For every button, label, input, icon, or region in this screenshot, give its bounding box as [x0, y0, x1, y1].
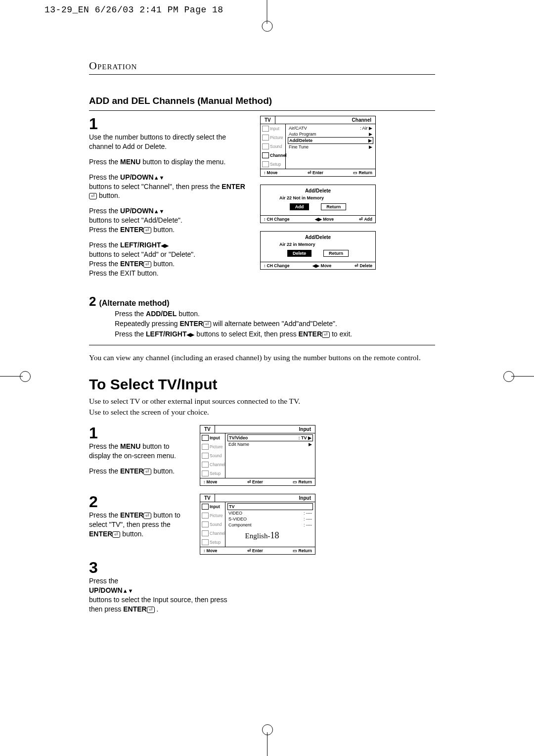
instruction: Use the number buttons to directly selec… [89, 133, 248, 151]
crop-mark-bottom [267, 732, 267, 756]
enter-icon: ⏎ [147, 607, 155, 613]
osd-input-menu: TV Input Input Picture Sound Channel Set… [200, 425, 315, 486]
instruction: Press the LEFT/RIGHT◀▶ buttons to select… [115, 330, 435, 339]
osd-add-dialog: Add/Delete Air 22 Not in Memory Add Retu… [260, 185, 376, 223]
crop-mark-top [267, 0, 267, 24]
note-text: You can view any channel (including an e… [89, 352, 435, 363]
section-heading: To Select TV/Input [89, 376, 435, 393]
crop-mark-left [0, 376, 23, 377]
osd-delete-dialog: Add/Delete Air 22 in Memory Delete Retur… [260, 231, 376, 270]
section-intro: Use to select the screen of your choice. [89, 407, 435, 418]
enter-icon: ⏎ [143, 469, 151, 475]
instruction: Press the LEFT/RIGHT◀▶ buttons to select… [89, 240, 248, 278]
print-header: 13-29_EN 6/26/03 2:41 PM Page 18 [44, 5, 223, 15]
enter-icon: ⏎ [143, 227, 151, 234]
instruction: Press the ENTER⏎ button. [89, 467, 188, 476]
instruction: Press the UP/DOWN▲▼ buttons to select "A… [89, 206, 248, 235]
enter-icon: ⏎ [322, 331, 330, 338]
enter-icon: ⏎ [203, 321, 211, 328]
enter-icon: ⏎ [143, 513, 151, 519]
osd-channel-menu: TV Channel Input Picture Sound Channel S… [260, 116, 376, 177]
instruction: Press the UP/DOWN▲▼ buttons to select th… [89, 576, 435, 614]
enter-icon: ⏎ [143, 261, 151, 268]
crop-mark-right [511, 376, 534, 377]
section-intro: Use to select TV or other external input… [89, 396, 435, 407]
step-number: 1 [89, 116, 248, 132]
step-number: 1 [89, 425, 188, 441]
alt-method-title: (Alternate method) [99, 299, 169, 308]
step-number: 3 [89, 560, 435, 575]
instruction: Press the MENU button to display the on-… [89, 442, 188, 461]
side-item: Input [261, 124, 285, 133]
chapter-title: Operation [89, 59, 435, 72]
instruction: Press the UP/DOWN▲▼ buttons to select "C… [89, 173, 248, 201]
enter-icon: ⏎ [89, 193, 97, 199]
step-number: 2 [89, 294, 96, 309]
instruction: Press the MENU button to display the men… [89, 157, 248, 167]
step-number: 2 [89, 494, 188, 510]
section-title: ADD and DEL Channels (Manual Method) [89, 95, 435, 106]
page-footer: English-18 [89, 530, 435, 541]
instruction: Press the ADD/DEL button. [115, 309, 435, 319]
osd-input-list: TV Input Input Picture Sound Channel Set… [200, 494, 315, 555]
instruction: Repeatedly pressing ENTER⏎ will alternat… [115, 319, 435, 329]
